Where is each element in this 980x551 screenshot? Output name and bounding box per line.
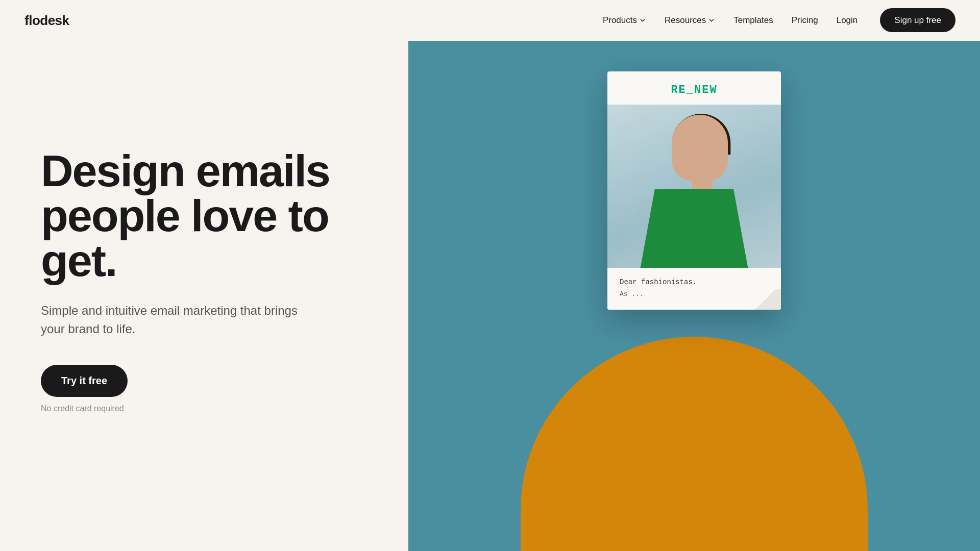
person-figure: [607, 105, 781, 268]
orange-semicircle-decoration: [521, 337, 868, 551]
hero-subline: Simple and intuitive email marketing tha…: [41, 302, 306, 338]
person-head: [672, 115, 728, 181]
nav-signup-button[interactable]: Sign up free: [880, 8, 955, 32]
hero-section: Design emails people love to get. Simple…: [0, 41, 980, 551]
email-salutation: Dear fashionistas.: [620, 278, 769, 286]
nav-resources-label[interactable]: Resources: [665, 15, 706, 26]
email-card-header: RE_NEW: [607, 71, 781, 105]
chevron-down-icon: [639, 17, 646, 24]
nav-products-label[interactable]: Products: [603, 15, 637, 26]
email-card-image: [607, 105, 781, 268]
email-card-body: Dear fashionistas. As ...: [607, 268, 781, 310]
email-body-text: As ...: [620, 289, 769, 299]
email-preview-card: RE_NEW Dear fashionistas. As ...: [607, 71, 781, 310]
hero-left-content: Design emails people love to get. Simple…: [0, 41, 408, 551]
nav-item-pricing[interactable]: Pricing: [792, 15, 818, 25]
nav-item-products[interactable]: Products: [603, 15, 646, 26]
navigation: flodesk Products Resources Templates Pri…: [0, 0, 980, 41]
card-fold-decoration: [750, 289, 781, 310]
person-jacket: [638, 189, 750, 268]
try-it-free-button[interactable]: Try it free: [41, 365, 128, 397]
nav-item-templates[interactable]: Templates: [733, 15, 773, 25]
hero-cta-group: Try it free No credit card required: [41, 365, 368, 413]
hero-right-visual: RE_NEW Dear fashionistas. As ...: [408, 41, 980, 551]
hero-headline: Design emails people love to get.: [41, 148, 368, 283]
chevron-down-icon: [708, 17, 715, 24]
nav-login-link[interactable]: Login: [837, 15, 858, 25]
email-brand-name: RE_NEW: [620, 84, 769, 96]
brand-logo[interactable]: flodesk: [24, 13, 603, 29]
nav-item-resources[interactable]: Resources: [665, 15, 715, 26]
cta-note: No credit card required: [41, 404, 368, 413]
